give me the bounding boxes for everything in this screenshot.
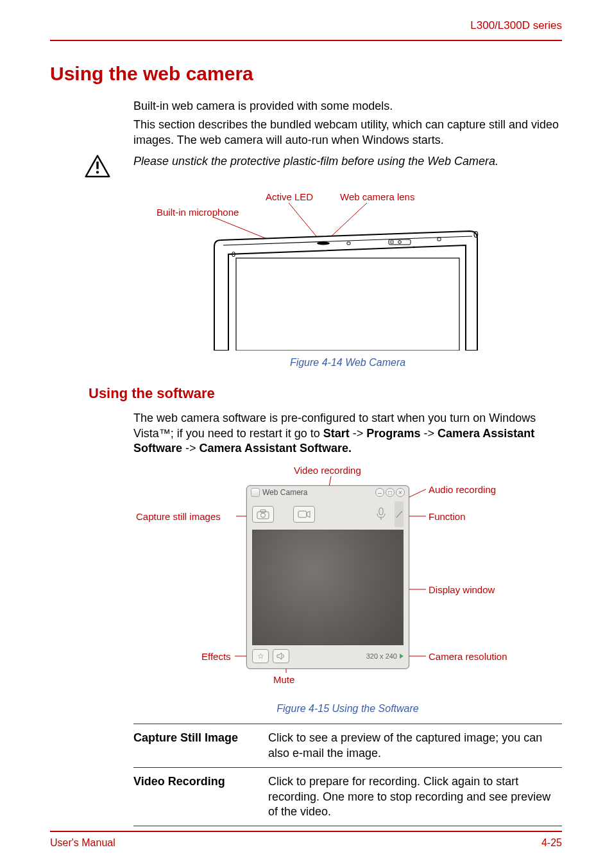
svg-marker-34	[277, 653, 282, 659]
app-titlebar: Web Camera – □ ×	[247, 486, 409, 499]
page-header: L300/L300D series	[50, 13, 562, 41]
intro-paragraph-2: This section describes the bundled webca…	[133, 117, 562, 148]
star-icon: ☆	[257, 652, 264, 661]
intro-paragraph-1: Built-in web camera is provided with som…	[133, 99, 562, 114]
camera-resolution-selector[interactable]: 320 x 240	[366, 652, 404, 660]
function-button[interactable]	[395, 501, 404, 527]
effects-button[interactable]: ☆	[252, 649, 269, 663]
callout-display-window: Display window	[429, 584, 495, 595]
warning-icon	[85, 154, 110, 182]
svg-rect-1	[96, 162, 98, 169]
callout-audio-recording: Audio recording	[429, 484, 496, 495]
figure-using-software: Video recording Audio recording Capture …	[133, 465, 562, 699]
callout-function: Function	[429, 511, 466, 522]
svg-rect-12	[236, 258, 459, 351]
term-video-recording: Video Recording	[133, 768, 268, 826]
figure-web-camera: Built-in microphone Active LED Web camer…	[133, 191, 562, 353]
desc-video-recording: Click to prepare for recording. Click ag…	[268, 768, 562, 826]
callout-effects: Effects	[201, 651, 231, 662]
svg-text:0: 0	[232, 250, 235, 258]
callout-capture-still: Capture still images	[136, 511, 221, 522]
wand-icon	[396, 510, 402, 518]
software-paragraph: The web camera software is pre-configure…	[133, 411, 562, 456]
maximize-icon[interactable]: □	[386, 488, 395, 497]
table-row: Capture Still Image Click to see a previ…	[133, 724, 562, 768]
svg-rect-30	[379, 508, 383, 515]
svg-text:0: 0	[473, 229, 479, 239]
svg-line-32	[396, 512, 402, 517]
desc-capture-still: Click to see a preview of the captured i…	[268, 724, 562, 768]
warning-note: Please unstick the protective plastic-fi…	[85, 154, 562, 182]
figure-1-caption: Figure 4-14 Web Camera	[133, 357, 562, 369]
minimize-icon[interactable]: –	[375, 488, 384, 497]
mic-icon	[376, 507, 386, 521]
app-title: Web Camera	[262, 488, 307, 497]
audio-recording-button[interactable]	[374, 506, 388, 523]
play-arrow-icon	[400, 654, 404, 659]
resolution-label: 320 x 240	[366, 652, 397, 660]
svg-rect-28	[298, 511, 307, 517]
app-icon	[251, 488, 260, 497]
callout-camera-resolution: Camera resolution	[429, 651, 507, 662]
svg-point-13	[317, 242, 330, 245]
page-footer: User's Manual 4-25	[50, 831, 562, 849]
capture-still-button[interactable]	[252, 506, 274, 523]
speaker-icon	[276, 652, 285, 660]
path-start: Start	[323, 427, 350, 440]
svg-point-14	[412, 247, 415, 248]
feature-table: Capture Still Image Click to see a previ…	[133, 724, 562, 826]
camera-icon	[257, 509, 269, 519]
callout-video-recording: Video recording	[294, 465, 361, 476]
term-capture-still: Capture Still Image	[133, 724, 268, 768]
webcam-app-window: Web Camera – □ ×	[246, 485, 409, 669]
path-cas2: Camera Assistant Software.	[200, 442, 352, 455]
figure-2-caption: Figure 4-15 Using the Software	[133, 703, 562, 715]
heading-using-software: Using the software	[89, 385, 562, 402]
table-row: Video Recording Click to prepare for rec…	[133, 768, 562, 826]
footer-right: 4-25	[541, 837, 562, 849]
laptop-diagram: 0 0	[210, 222, 486, 351]
close-icon[interactable]: ×	[396, 488, 405, 497]
callout-mute: Mute	[273, 674, 294, 685]
svg-point-33	[401, 511, 402, 512]
svg-point-26	[261, 513, 266, 517]
video-icon	[298, 509, 310, 519]
svg-point-2	[96, 171, 99, 173]
series-label: L300/L300D series	[470, 19, 562, 32]
heading-using-web-camera: Using the web camera	[50, 63, 562, 85]
display-window	[252, 530, 404, 645]
video-recording-button[interactable]	[293, 506, 315, 523]
mute-button[interactable]	[273, 649, 289, 663]
svg-marker-29	[307, 511, 310, 517]
path-programs: Programs	[366, 427, 420, 440]
warning-text: Please unstick the protective plastic-fi…	[133, 154, 562, 169]
footer-left: User's Manual	[50, 837, 115, 849]
